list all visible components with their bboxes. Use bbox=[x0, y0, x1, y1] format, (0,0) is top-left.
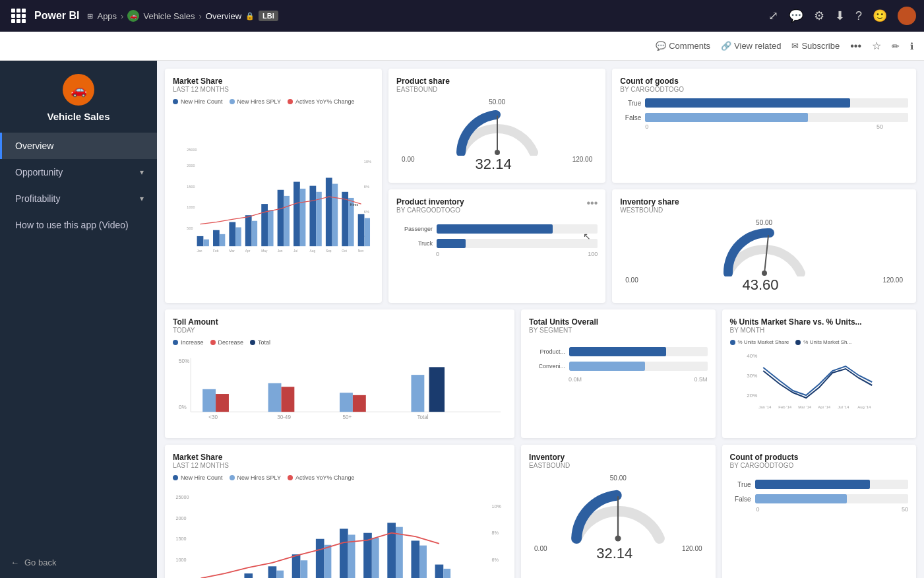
bookmark-icon[interactable]: ☆ bbox=[872, 40, 881, 52]
svg-rect-13 bbox=[229, 222, 235, 247]
cpb-axis-max: 50 bbox=[902, 506, 908, 513]
legend-units-1: % Units Market Share bbox=[730, 339, 789, 345]
bar-fill-passenger bbox=[437, 224, 553, 234]
units-market-share-subtitle: BY MONTH bbox=[730, 327, 908, 334]
product-inventory-title: Product inventory bbox=[396, 197, 464, 207]
svg-text:Mar '14: Mar '14 bbox=[798, 405, 811, 409]
gauge-svg bbox=[451, 103, 543, 156]
secondbar-actions: 💬 Comments 🔗 View related ✉ Subscribe ••… bbox=[656, 40, 913, 52]
svg-text:1000: 1000 bbox=[187, 205, 195, 209]
bar-label-conveni: Conveni... bbox=[529, 363, 565, 369]
view-related-button[interactable]: 🔗 View related bbox=[721, 41, 781, 51]
breadcrumb-apps[interactable]: Apps bbox=[97, 11, 117, 21]
cpb-axis-min: 0 bbox=[756, 506, 760, 513]
legend-label-decrease: Decrease bbox=[218, 339, 244, 346]
lbi-badge: LBI bbox=[259, 11, 278, 21]
legend-b-dot-2 bbox=[230, 475, 235, 480]
gauge-min: 0.00 bbox=[402, 156, 414, 173]
apps-grid-button[interactable] bbox=[8, 5, 29, 26]
svg-rect-19 bbox=[326, 177, 332, 246]
legend-label-2: New Hires SPLY bbox=[237, 98, 281, 105]
svg-text:Apr: Apr bbox=[245, 249, 251, 253]
legend-actives: Actives YoY% Change bbox=[288, 98, 355, 105]
edit-icon[interactable]: ✏ bbox=[892, 41, 900, 51]
bar-fill-true bbox=[645, 98, 850, 108]
sidebar-item-opportunity[interactable]: Opportunity ▾ bbox=[0, 159, 157, 185]
toll-amount-card: Toll Amount TODAY Increase Decrease Tota… bbox=[165, 309, 514, 438]
bar-label-truck: Truck bbox=[396, 240, 433, 247]
sidebar-item-overview-label: Overview bbox=[15, 141, 144, 151]
svg-text:Hires: Hires bbox=[350, 203, 358, 207]
toll-amount-subtitle: TODAY bbox=[173, 327, 507, 334]
units-market-chart-svg: 40% 30% 20% Jan '14 Feb '14 Mar '14 Apr … bbox=[730, 348, 908, 414]
svg-text:<30: <30 bbox=[208, 414, 218, 420]
market-share-bottom-legend: New Hire Count New Hires SPLY Actives Yo… bbox=[173, 474, 507, 481]
legend-dot-increase bbox=[173, 340, 178, 345]
svg-text:10%: 10% bbox=[491, 503, 501, 509]
subscribe-button[interactable]: ✉ Subscribe bbox=[791, 41, 840, 51]
comment-icon[interactable]: 💬 bbox=[789, 9, 803, 23]
bar-track-true bbox=[645, 98, 908, 108]
topbar: Power BI ⊞ Apps › 🚗 Vehicle Sales › Over… bbox=[0, 0, 924, 32]
product-inventory-chart: Passenger Truck bbox=[396, 224, 598, 248]
cpb-bar-row-true: True bbox=[730, 480, 908, 489]
svg-rect-86 bbox=[268, 566, 277, 578]
inventory-axis-max: 100 bbox=[588, 251, 598, 257]
cpb-bar-track-false bbox=[755, 494, 908, 503]
svg-text:20%: 20% bbox=[747, 393, 757, 399]
svg-rect-26 bbox=[268, 210, 274, 246]
go-back-icon: ← bbox=[11, 558, 19, 567]
svg-text:2000: 2000 bbox=[187, 164, 195, 168]
row-1: Product share EASTBOUND 50.00 0.00 32.14… bbox=[165, 69, 916, 303]
more-icon[interactable]: ••• bbox=[850, 40, 861, 52]
legend-new-hire: New Hire Count bbox=[173, 98, 223, 105]
info-icon[interactable]: ℹ bbox=[910, 41, 913, 51]
svg-text:8%: 8% bbox=[364, 185, 369, 189]
svg-rect-15 bbox=[261, 204, 268, 246]
sidebar-footer: ← Go back bbox=[0, 547, 157, 578]
download-icon[interactable]: ⬇ bbox=[835, 9, 845, 23]
bar-fill-conveni bbox=[569, 362, 645, 371]
legend-b-2: New Hires SPLY bbox=[230, 474, 281, 481]
market-share-bottom-svg: 25000 2000 1500 1000 500 10% 8% 6% bbox=[173, 484, 507, 578]
svg-point-114 bbox=[615, 535, 621, 541]
profile-icon[interactable] bbox=[898, 7, 916, 25]
sidebar-title: Vehicle Sales bbox=[47, 111, 109, 122]
waffle-icon bbox=[11, 9, 26, 23]
view-related-label: View related bbox=[734, 41, 781, 51]
svg-text:Aug '14: Aug '14 bbox=[857, 405, 871, 409]
count-of-goods-subtitle: BY CARGOODTOGO bbox=[620, 86, 908, 93]
count-of-goods-chart: True False bbox=[620, 98, 908, 122]
legend-dot-decrease bbox=[210, 340, 216, 345]
expand-icon[interactable]: ⤢ bbox=[768, 9, 778, 23]
svg-rect-90 bbox=[316, 539, 324, 578]
more-dots-icon[interactable]: ••• bbox=[586, 197, 598, 219]
toll-chart-svg: 50% 0% <30 30-49 50+ Total bbox=[173, 348, 507, 428]
product-share-title: Product share bbox=[396, 77, 598, 86]
comments-button[interactable]: 💬 Comments bbox=[656, 41, 710, 51]
count-of-goods-title: Count of goods bbox=[620, 77, 908, 86]
market-share-subtitle: LAST 12 MONTHS bbox=[173, 86, 374, 93]
breadcrumb-app-name[interactable]: Vehicle Sales bbox=[143, 11, 195, 21]
legend-decrease: Decrease bbox=[210, 339, 244, 346]
inv-b-gauge-svg bbox=[565, 479, 671, 545]
svg-text:8%: 8% bbox=[491, 530, 499, 536]
sidebar-nav: Overview Opportunity ▾ Profitability ▾ H… bbox=[0, 133, 157, 547]
count-products-bottom-subtitle: BY CARGOODTOGO bbox=[730, 462, 908, 469]
svg-text:6%: 6% bbox=[364, 210, 369, 214]
units-legend: % Units Market Share % Units Market Sh..… bbox=[730, 339, 908, 345]
go-back-button[interactable]: ← Go back bbox=[11, 558, 146, 567]
count-products-bottom-title: Count of products bbox=[730, 453, 908, 462]
sidebar-item-overview[interactable]: Overview bbox=[0, 133, 157, 159]
view-related-icon: 🔗 bbox=[721, 41, 731, 51]
settings-icon[interactable]: ⚙ bbox=[814, 9, 824, 23]
help-icon[interactable]: ? bbox=[855, 9, 862, 23]
svg-rect-96 bbox=[387, 523, 396, 578]
sidebar-item-profitability[interactable]: Profitability ▾ bbox=[0, 185, 157, 212]
svg-text:25000: 25000 bbox=[176, 494, 189, 500]
product-share-gauge: 50.00 0.00 32.14 120.00 bbox=[396, 98, 598, 173]
sidebar-item-howto[interactable]: How to use this app (Video) bbox=[0, 212, 157, 238]
market-share-card: Market Share LAST 12 MONTHS New Hire Cou… bbox=[165, 69, 382, 303]
smiley-icon[interactable]: 🙂 bbox=[873, 9, 887, 23]
legend-dot-2 bbox=[230, 99, 235, 104]
